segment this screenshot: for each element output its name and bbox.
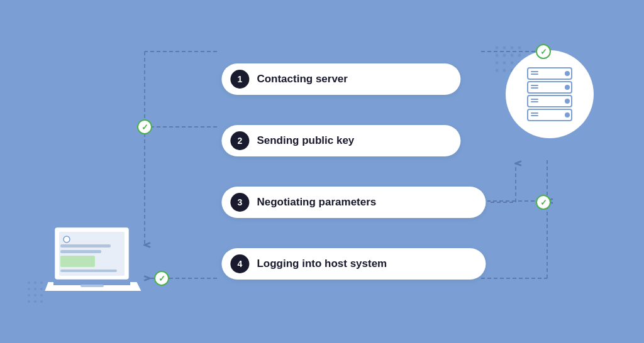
check-step4-left: ✓ — [154, 271, 169, 286]
steps-container: 1 Contacting server 2 Sending public key… — [221, 63, 486, 280]
svg-point-26 — [34, 300, 36, 303]
svg-point-23 — [34, 294, 36, 297]
server-illustration — [506, 50, 594, 138]
step-2-number: 2 — [230, 131, 249, 150]
check-step3-right: ✓ — [536, 195, 551, 210]
step-2-box: 2 Sending public key — [221, 125, 460, 156]
check-step2-left: ✓ — [137, 119, 152, 134]
svg-rect-63 — [60, 270, 117, 272]
svg-point-3 — [518, 46, 521, 50]
step-1-number: 1 — [230, 70, 249, 89]
step-1-box: 1 Contacting server — [221, 63, 460, 95]
svg-point-59 — [64, 236, 70, 242]
svg-point-17 — [34, 281, 36, 284]
svg-rect-61 — [60, 250, 101, 253]
svg-point-8 — [496, 62, 499, 65]
step-4-number: 4 — [230, 254, 249, 273]
svg-point-56 — [565, 112, 570, 117]
check-step1-right: ✓ — [536, 44, 551, 59]
step-3-box: 3 Negotiating parameters — [221, 187, 486, 218]
step-1-label: Contacting server — [257, 73, 348, 85]
svg-point-54 — [565, 85, 570, 90]
step-2-label: Sending public key — [257, 134, 354, 147]
svg-point-22 — [28, 294, 30, 297]
svg-point-1 — [503, 46, 506, 50]
svg-point-20 — [34, 288, 36, 290]
svg-rect-60 — [60, 244, 111, 248]
svg-point-2 — [511, 46, 514, 50]
svg-point-0 — [496, 46, 499, 50]
svg-point-55 — [565, 99, 570, 104]
svg-point-16 — [28, 281, 30, 284]
svg-point-4 — [496, 54, 499, 57]
svg-point-12 — [496, 69, 499, 72]
svg-point-19 — [28, 288, 30, 290]
step-3-number: 3 — [230, 193, 249, 212]
svg-rect-62 — [60, 256, 95, 267]
svg-rect-64 — [80, 285, 104, 287]
laptop-illustration — [43, 224, 150, 305]
background: ✓ ✓ ✓ ✓ — [0, 0, 644, 343]
step-4-box: 4 Logging into host system — [221, 248, 486, 280]
step-3-label: Negotiating parameters — [257, 196, 376, 209]
svg-point-25 — [28, 300, 30, 303]
svg-point-53 — [565, 71, 570, 76]
step-4-label: Logging into host system — [257, 258, 387, 270]
